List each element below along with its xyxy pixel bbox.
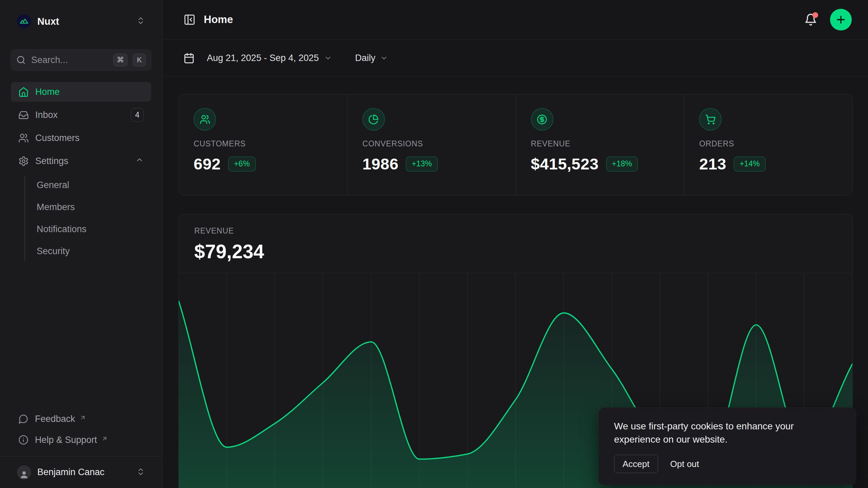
panel-left-close-icon[interactable]	[183, 14, 196, 26]
house-icon	[18, 87, 29, 97]
stat-delta-badge: +18%	[606, 157, 638, 171]
nuxt-logo	[17, 14, 31, 28]
sidebar: Nuxt Search... ⌘ K Home	[0, 0, 162, 488]
cookie-actions: Accept Opt out	[614, 455, 841, 473]
revenue-chart-label: REVENUE	[194, 226, 837, 236]
avatar	[17, 465, 31, 480]
search-input[interactable]: Search... ⌘ K	[11, 49, 151, 70]
external-link-icon	[101, 434, 108, 440]
sidebar-item-label: Inbox	[35, 110, 58, 120]
notification-dot	[812, 12, 818, 18]
sidebar-subitem-security[interactable]: Security	[25, 242, 151, 261]
chevron-down-icon	[380, 54, 388, 62]
stat-value: $415,523	[531, 155, 599, 173]
bell-icon[interactable]	[804, 13, 817, 26]
sidebar-subitem-members[interactable]: Members	[25, 198, 151, 217]
cookie-banner: We use first-party cookies to enhance yo…	[598, 407, 856, 485]
stat-label: CONVERSIONS	[362, 139, 501, 148]
date-range-picker[interactable]: Aug 21, 2025 - Sep 4, 2025	[183, 53, 332, 64]
app-root: Nuxt Search... ⌘ K Home	[0, 0, 868, 488]
stat-value: 1986	[362, 155, 399, 173]
feedback-label: Feedback	[35, 414, 75, 424]
inbox-icon	[18, 110, 29, 120]
stat-delta-badge: +14%	[734, 157, 765, 171]
sidebar-item-label: Home	[35, 87, 60, 97]
sidebar-item-inbox[interactable]: Inbox 4	[11, 105, 151, 125]
help-support-label: Help & Support	[35, 435, 97, 445]
stat-card-customers[interactable]: CUSTOMERS 692 +6%	[179, 95, 347, 195]
users-icon	[18, 133, 29, 143]
cookie-message: We use first-party cookies to enhance yo…	[614, 420, 822, 446]
workspace-selector[interactable]: Nuxt	[11, 10, 151, 33]
shopping-cart-icon	[699, 108, 722, 130]
sidebar-footer-links: Feedback Help & Support	[11, 409, 151, 456]
add-button[interactable]	[830, 9, 852, 30]
circle-dollar-icon	[531, 108, 553, 130]
granularity-select[interactable]: Daily	[355, 53, 388, 63]
stats-row: CUSTOMERS 692 +6% CONVERSIONS 1986 +13%	[178, 94, 853, 196]
stat-label: REVENUE	[531, 139, 669, 148]
gear-icon	[18, 156, 29, 166]
kbd-k: K	[133, 54, 146, 66]
sidebar-subitem-general[interactable]: General	[25, 176, 151, 195]
user-menu[interactable]: Benjamin Canac	[0, 456, 162, 488]
stat-delta-badge: +13%	[406, 157, 437, 171]
sidebar-item-home[interactable]: Home	[11, 82, 151, 102]
sidebar-item-settings[interactable]: Settings	[11, 151, 151, 171]
stat-label: CUSTOMERS	[194, 139, 332, 148]
chevron-up-icon	[135, 156, 144, 166]
sidebar-spacer	[11, 261, 151, 409]
sidebar-subitem-notifications[interactable]: Notifications	[25, 220, 151, 239]
inbox-count-badge: 4	[131, 108, 144, 122]
brand-name: Nuxt	[37, 16, 136, 27]
calendar-icon	[183, 53, 195, 64]
filters-toolbar: Aug 21, 2025 - Sep 4, 2025 Daily	[162, 40, 868, 77]
external-link-icon	[80, 413, 86, 419]
stat-card-revenue[interactable]: REVENUE $415,523 +18%	[516, 95, 684, 195]
sidebar-item-label: Settings	[35, 156, 68, 166]
chevrons-up-down-icon	[136, 467, 145, 477]
chevrons-up-down-icon	[136, 16, 145, 26]
stat-card-orders[interactable]: ORDERS 213 +14%	[684, 95, 852, 195]
message-circle-icon	[18, 414, 28, 424]
revenue-chart-value: $79,234	[194, 240, 837, 263]
stat-delta-badge: +6%	[228, 157, 256, 171]
search-placeholder: Search...	[31, 55, 108, 65]
accept-button[interactable]: Accept	[614, 455, 658, 473]
granularity-value: Daily	[355, 53, 375, 63]
info-icon	[18, 435, 28, 445]
kbd-cmd: ⌘	[113, 54, 127, 66]
page-title: Home	[204, 14, 233, 26]
stat-card-conversions[interactable]: CONVERSIONS 1986 +13%	[347, 95, 516, 195]
search-icon	[16, 55, 26, 65]
feedback-link[interactable]: Feedback	[11, 409, 151, 428]
page-header: Home	[162, 0, 868, 40]
chevron-down-icon	[324, 54, 332, 62]
settings-subnav: General Members Notifications Security	[24, 176, 151, 261]
sidebar-item-customers[interactable]: Customers	[11, 128, 151, 148]
stat-label: ORDERS	[699, 139, 837, 148]
sidebar-nav: Home Inbox 4 Customers Settings	[11, 82, 151, 261]
stat-value: 213	[699, 155, 726, 173]
revenue-chart-header: REVENUE $79,234	[179, 214, 852, 273]
date-range-value: Aug 21, 2025 - Sep 4, 2025	[207, 53, 319, 63]
opt-out-button[interactable]: Opt out	[670, 459, 699, 469]
users-icon	[194, 108, 216, 130]
pie-chart-icon	[362, 108, 385, 130]
help-support-link[interactable]: Help & Support	[11, 430, 151, 449]
sidebar-item-label: Customers	[35, 133, 80, 143]
stat-value: 692	[194, 155, 221, 173]
user-name: Benjamin Canac	[37, 467, 130, 477]
